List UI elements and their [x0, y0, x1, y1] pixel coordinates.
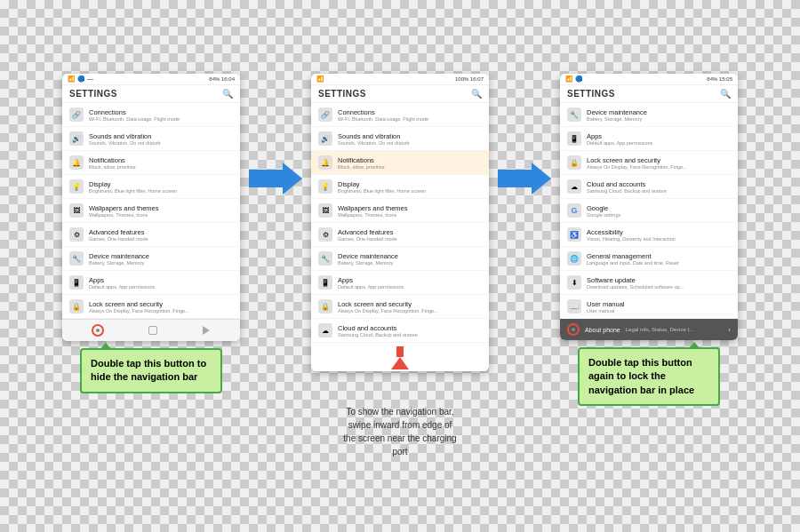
- list-item: 🌐 General management Language and input,…: [560, 247, 738, 271]
- list-item: 🔒 Lock screen and security Always On Dis…: [62, 295, 240, 319]
- item-subtitle: Always On Display, Face Recognition, Fin…: [587, 164, 731, 170]
- list-item: ⬇ Software update Download updates, Sche…: [560, 271, 738, 295]
- sound-icon: 🔊: [318, 131, 332, 146]
- phone1-wrapper: 📶 🔵 — 84% 16:04 SETTINGS 🔍 🔗 Connections…: [62, 74, 240, 393]
- list-item: 📱 Apps Default apps, App permissions: [560, 127, 738, 151]
- list-item: 📱 Apps Default apps, App permissions: [62, 271, 240, 295]
- phone1-status-left: 📶 🔵 —: [68, 75, 93, 83]
- item-subtitle: Brightness, Blue light filter, Home scre…: [338, 188, 482, 194]
- phone3-status-left: 📶 🔵: [565, 75, 583, 83]
- middle-callout: To show the navigation bar, swipe inward…: [342, 378, 458, 458]
- main-container: 📶 🔵 — 84% 16:04 SETTINGS 🔍 🔗 Connections…: [53, 65, 747, 467]
- phone3-status-bar: 📶 🔵 84% 15:05: [560, 74, 738, 85]
- item-subtitle: Default apps, App permissions: [338, 284, 482, 290]
- maintenance-icon: 🔧: [318, 251, 332, 266]
- nav-lock-button[interactable]: [567, 323, 580, 336]
- connections-icon: 🔗: [318, 107, 332, 122]
- item-subtitle: Default apps, App permissions: [89, 284, 233, 290]
- item-subtitle: Wi-Fi, Bluetooth, Data usage, Flight mod…: [338, 116, 482, 122]
- item-title: Lock screen and security: [338, 300, 482, 308]
- list-item: 🔧 Device maintenance Battery, Storage, M…: [62, 247, 240, 271]
- item-subtitle: Battery, Storage, Memory: [89, 260, 233, 266]
- item-subtitle: Brightness, Blue light filter, Home scre…: [89, 188, 233, 194]
- phone1-search-icon: 🔍: [222, 89, 233, 99]
- item-title: Display: [89, 180, 233, 188]
- nav-recents-button[interactable]: [148, 326, 157, 335]
- display-icon: 💡: [318, 179, 332, 194]
- item-subtitle: Games, One-handed mode: [89, 236, 233, 242]
- item-title: Notifications: [89, 156, 233, 164]
- item-title: Apps: [587, 132, 731, 140]
- item-subtitle: Vision, Hearing, Dexterity and Interacti…: [587, 236, 731, 242]
- list-item: ☁ Cloud and accounts Samsung Cloud, Back…: [311, 319, 489, 343]
- item-subtitle: Language and input, Date and time, Reset: [587, 260, 731, 266]
- item-subtitle: Sounds, Vibration, Do not disturb: [338, 140, 482, 146]
- phone2: 📶 100% 16:07 SETTINGS 🔍 🔗 Connections Wi…: [311, 74, 489, 371]
- item-subtitle: User manual: [587, 308, 731, 314]
- item-subtitle: Wallpapers, Themes, Icons: [89, 212, 233, 218]
- item-title: Accessibility: [587, 228, 731, 236]
- phone2-status-right: 100% 16:07: [455, 76, 484, 82]
- about-phone-text: About phone: [585, 327, 620, 333]
- middle-callout-text: To show the navigation bar, swipe inward…: [343, 407, 456, 457]
- update-icon: ⬇: [567, 275, 581, 290]
- item-title: Sounds and vibration: [338, 132, 482, 140]
- item-subtitle: Sounds, Vibration, Do not disturb: [89, 140, 233, 146]
- nav-lock-button-inner: [572, 328, 575, 331]
- list-item: 🖼 Wallpapers and themes Wallpapers, Them…: [62, 199, 240, 223]
- phone2-settings-list: 🔗 Connections Wi-Fi, Bluetooth, Data usa…: [311, 103, 489, 343]
- item-title: Apps: [338, 276, 482, 284]
- list-item: 🔔 Notifications Block, allow, prioritise: [62, 151, 240, 175]
- phone1-settings-list: 🔗 Connections Wi-Fi, Bluetooth, Data usa…: [62, 103, 240, 319]
- up-arrow-stem: [396, 346, 404, 357]
- advanced-icon: ⚙: [69, 227, 84, 242]
- nav-back-button[interactable]: [203, 326, 210, 335]
- item-title: Wallpapers and themes: [89, 204, 233, 212]
- nav-home-button[interactable]: [92, 324, 104, 337]
- item-title: Advanced features: [338, 228, 482, 236]
- item-subtitle: Default apps, App permissions: [587, 140, 731, 146]
- phone2-swipe-indicator: [311, 343, 489, 371]
- list-item: 🔧 Device maintenance Battery, Storage, M…: [560, 103, 738, 127]
- phone3-about-bar: About phone Legal info, Status, Device I…: [560, 319, 738, 340]
- item-title: Device maintenance: [587, 108, 731, 116]
- right-callout-text: Double tap this button again to lock the…: [588, 357, 694, 395]
- item-title: Advanced features: [89, 228, 233, 236]
- list-item: G Google Google settings: [560, 199, 738, 223]
- nav-dot-inner: [96, 329, 100, 332]
- list-item: ⚙ Advanced features Games, One-handed mo…: [311, 223, 489, 247]
- item-title: Apps: [89, 276, 233, 284]
- phone1-status-bar: 📶 🔵 — 84% 16:04: [62, 74, 240, 85]
- arrow-right-2: [498, 74, 551, 194]
- item-title: Connections: [89, 108, 233, 116]
- phone3-settings-title: SETTINGS: [567, 89, 615, 99]
- phone2-status-left: 📶: [316, 75, 324, 83]
- item-title: Display: [338, 180, 482, 188]
- item-subtitle: Battery, Storage, Memory: [338, 260, 482, 266]
- phone1-settings-header: SETTINGS 🔍: [62, 85, 240, 103]
- notifications-icon: 🔔: [69, 155, 84, 170]
- phone2-settings-header: SETTINGS 🔍: [311, 85, 489, 103]
- right-arrow-shape-1: [249, 163, 302, 194]
- item-subtitle: Samsung Cloud, Backup and restore: [587, 188, 731, 194]
- advanced-icon: ⚙: [318, 227, 332, 242]
- phone3-status-right: 84% 15:05: [707, 76, 732, 82]
- phone3-wrapper: 📶 🔵 84% 15:05 SETTINGS 🔍 🔧 Device mainte…: [560, 74, 738, 406]
- phone1: 📶 🔵 — 84% 16:04 SETTINGS 🔍 🔗 Connections…: [62, 74, 240, 341]
- phone3-settings-header: SETTINGS 🔍: [560, 85, 738, 103]
- list-item: ☁ Cloud and accounts Samsung Cloud, Back…: [560, 175, 738, 199]
- item-title: Lock screen and security: [587, 156, 731, 164]
- phone3: 📶 🔵 84% 15:05 SETTINGS 🔍 🔧 Device mainte…: [560, 74, 738, 340]
- display-icon: 💡: [69, 179, 84, 194]
- item-subtitle: Games, One-handed mode: [338, 236, 482, 242]
- list-item: ♿ Accessibility Vision, Hearing, Dexteri…: [560, 223, 738, 247]
- wallpaper-icon: 🖼: [318, 203, 332, 218]
- arrow-body-2: [498, 170, 535, 187]
- manual-icon: 📖: [567, 299, 581, 314]
- item-subtitle: Wallpapers, Themes, Icons: [338, 212, 482, 218]
- list-item: 💡 Display Brightness, Blue light filter,…: [62, 175, 240, 199]
- list-item: 📱 Apps Default apps, App permissions: [311, 271, 489, 295]
- cloud-icon: ☁: [567, 179, 581, 194]
- list-item: 🔔 Notifications Block, allow, prioritise: [311, 151, 489, 175]
- sound-icon: 🔊: [69, 131, 84, 146]
